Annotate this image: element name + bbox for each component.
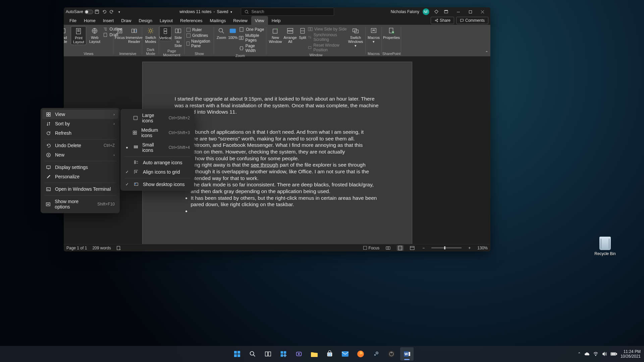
ctx-view[interactable]: View› (42, 110, 118, 119)
one-page-button[interactable]: One Page (239, 27, 264, 32)
ctx-terminal[interactable]: Open in Windows Terminal (42, 184, 118, 194)
task-view-button[interactable] (261, 347, 275, 361)
ctx-medium-icons[interactable]: Medium iconsCtrl+Shift+3 (122, 125, 193, 140)
print-layout-button[interactable]: Print Layout (71, 26, 86, 45)
toggle-switch[interactable] (85, 10, 93, 14)
word-button[interactable]: W (400, 347, 414, 361)
store-button[interactable] (323, 347, 336, 361)
ctx-small-icons[interactable]: Small iconsCtrl+Shift+4 (122, 140, 193, 155)
widgets-button[interactable] (277, 347, 290, 361)
page-indicator[interactable]: Page 1 of 1 (66, 246, 87, 250)
page-width-button[interactable]: Page Width (239, 44, 264, 53)
gridlines-check[interactable]: Gridlines (186, 33, 212, 38)
sound-icon[interactable] (602, 352, 607, 356)
qat-customize-icon[interactable]: ▾ (115, 8, 123, 15)
ctx-undo-delete[interactable]: Undo DeleteCtrl+Z (42, 141, 118, 150)
search-button[interactable] (246, 347, 259, 361)
switch-windows-button[interactable]: Switch Windows ▾ (347, 26, 364, 48)
search-box[interactable]: Search (241, 8, 334, 16)
ctx-align-grid[interactable]: ✓Align icons to grid (122, 167, 193, 177)
tab-review[interactable]: Review (229, 16, 251, 25)
zoom-value[interactable]: 130% (477, 246, 488, 250)
user-avatar[interactable]: NF (423, 8, 429, 15)
ribbon-display-button[interactable] (440, 7, 452, 16)
word-count[interactable]: 209 words (92, 246, 111, 250)
tab-references[interactable]: References (176, 16, 206, 25)
diamond-icon[interactable] (433, 8, 440, 15)
redo-icon[interactable] (108, 8, 115, 15)
navigation-check[interactable]: Navigation Pane (186, 39, 212, 48)
web-layout-button[interactable]: Web Layout (87, 26, 102, 44)
focus-mode-icon[interactable]: Focus (363, 246, 380, 250)
focus-button[interactable]: Focus (114, 26, 126, 40)
read-mode-button[interactable]: Read Mode (64, 26, 70, 44)
tray-expand-icon[interactable]: ⌃ (578, 352, 581, 356)
steam-button[interactable] (369, 347, 383, 361)
start-button[interactable] (230, 347, 244, 361)
tab-home[interactable]: Home (80, 16, 99, 25)
autosave-toggle[interactable]: AutoSave (66, 9, 93, 14)
macros-icon (370, 27, 378, 35)
link-see-through[interactable]: see through (251, 162, 278, 168)
tab-view[interactable]: View (251, 16, 268, 25)
tab-help[interactable]: Help (268, 16, 284, 25)
ctx-show-icons[interactable]: ✓Show desktop icons (122, 180, 193, 189)
explorer-button[interactable] (308, 347, 321, 361)
split-button[interactable]: Split (298, 26, 307, 40)
tab-layout[interactable]: Layout (156, 16, 176, 25)
ctx-sort[interactable]: Sort by› (42, 119, 118, 128)
macros-button[interactable]: Macros▾ (366, 26, 381, 44)
web-view-icon[interactable] (409, 245, 416, 251)
vertical-button[interactable]: Vertical (159, 26, 171, 41)
zoom-out-icon[interactable]: − (421, 246, 426, 250)
read-view-icon[interactable] (385, 245, 391, 251)
ctx-display-settings[interactable]: Display settings (42, 163, 118, 172)
tab-draw[interactable]: Draw (117, 16, 135, 25)
ctx-refresh[interactable]: Refresh (42, 128, 118, 138)
ctx-more-options[interactable]: Show more optionsShift+F10 (42, 197, 118, 212)
ctx-large-icons[interactable]: Large iconsCtrl+Shift+2 (122, 111, 193, 125)
save-icon[interactable] (93, 8, 101, 15)
side-to-side-button[interactable]: Side to Side (172, 26, 184, 48)
ruler-check[interactable]: Ruler (186, 27, 212, 32)
ctx-new[interactable]: New› (42, 150, 118, 160)
properties-button[interactable]: SProperties (384, 26, 399, 40)
minimize-button[interactable] (452, 7, 464, 16)
switch-modes-button[interactable]: Switch Modes (143, 26, 158, 44)
obs-button[interactable] (385, 347, 398, 361)
undo-icon[interactable] (101, 8, 108, 15)
zoom-slider[interactable] (431, 247, 462, 248)
tab-design[interactable]: Design (135, 16, 156, 25)
print-view-icon[interactable] (397, 245, 404, 251)
maximize-button[interactable] (464, 7, 476, 16)
comments-icon (460, 18, 464, 22)
proofing-icon[interactable] (116, 246, 121, 250)
wifi-icon[interactable] (593, 352, 598, 356)
ctx-auto-arrange[interactable]: Auto arrange icons (122, 158, 193, 167)
firefox-button[interactable] (354, 347, 367, 361)
user-area[interactable]: Nicholas Falony NF (391, 8, 429, 15)
immersive-reader-button[interactable]: Immersive Reader (126, 26, 142, 44)
multiple-pages-button[interactable]: Multiple Pages (239, 33, 264, 43)
comments-button[interactable]: Comments (456, 17, 488, 24)
collapse-ribbon-icon[interactable]: ⌃ (485, 50, 488, 55)
tab-mailings[interactable]: Mailings (206, 16, 230, 25)
mail-button[interactable] (338, 347, 352, 361)
hundred-button[interactable]: 100% (227, 26, 238, 40)
clock[interactable]: 11:24 PM 10/26/2021 (621, 349, 641, 359)
recycle-bin[interactable]: Recycle Bin (592, 237, 618, 256)
tab-insert[interactable]: Insert (99, 16, 118, 25)
teams-button[interactable] (292, 347, 306, 361)
zoom-in-icon[interactable]: + (467, 246, 472, 250)
ctx-personalize[interactable]: Personalize (42, 172, 118, 181)
battery-icon[interactable] (610, 352, 617, 356)
close-button[interactable] (476, 7, 488, 16)
tab-file[interactable]: File (66, 16, 80, 25)
title-dropdown-icon[interactable]: ▾ (230, 10, 232, 14)
arrange-all-button[interactable]: Arrange All (283, 26, 297, 44)
onedrive-icon[interactable] (584, 352, 590, 356)
zoom-button[interactable]: Zoom (216, 26, 227, 40)
share-button[interactable]: Share (431, 17, 454, 24)
new-window-button[interactable]: New Window (268, 26, 282, 44)
svg-point-90 (391, 352, 392, 353)
